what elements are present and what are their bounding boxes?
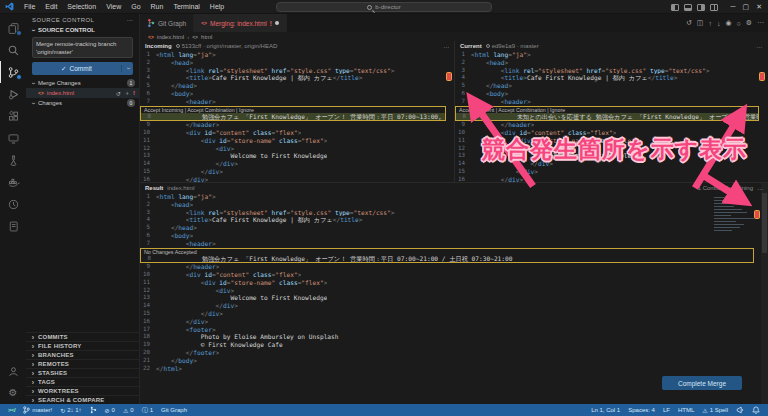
result-conflict-marker (754, 210, 760, 219)
vscode-window: FileEditSelectionViewGoRunTerminalHelp b… (0, 0, 768, 416)
annotation-arrows (0, 0, 768, 416)
incoming-conflict-marker (446, 72, 452, 81)
annotation-text: 競合発生箇所を示す表示 (482, 134, 747, 165)
current-conflict-marker (759, 72, 765, 81)
arrow-to-result-conflict (701, 174, 744, 201)
